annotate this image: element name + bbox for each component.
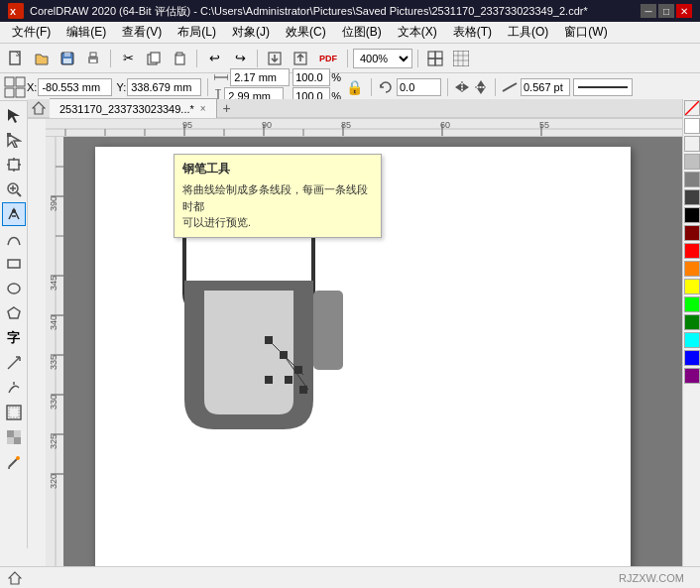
width-icon	[214, 73, 228, 81]
lime-swatch[interactable]	[684, 296, 700, 312]
grid-button[interactable]	[449, 48, 473, 69]
stroke-input[interactable]: 0.567 pt	[521, 78, 570, 96]
svg-marker-37	[455, 83, 461, 91]
cyan-swatch[interactable]	[684, 332, 700, 348]
svg-rect-74	[46, 119, 682, 137]
red-swatch[interactable]	[684, 243, 700, 259]
ruler-top: 95 90 85 60 55	[46, 119, 682, 137]
maroon-swatch[interactable]	[684, 225, 700, 241]
tab-close-btn[interactable]: ×	[200, 103, 206, 114]
darkgray-swatch[interactable]	[684, 189, 700, 205]
cut-button[interactable]: ✂	[116, 48, 140, 69]
watermark-text: RJZXW.COM	[619, 572, 684, 584]
blue-swatch[interactable]	[684, 350, 700, 366]
lightgray-swatch[interactable]	[684, 136, 700, 152]
export-button[interactable]	[289, 48, 312, 69]
xy-icon	[4, 76, 26, 98]
minimize-button[interactable]: ─	[641, 4, 656, 18]
zoom-select[interactable]: 400%200%100%75%50%	[353, 49, 412, 68]
angle-input[interactable]: 0.0	[397, 78, 441, 96]
property-bar: X: -80.553 mm Y: 338.679 mm 2.17 mm 2.99…	[0, 73, 700, 101]
add-tab-btn[interactable]: +	[217, 98, 237, 118]
paint-tool-btn[interactable]	[2, 376, 26, 400]
svg-text:345: 345	[49, 276, 58, 291]
copy-button[interactable]	[142, 48, 166, 69]
menu-edit[interactable]: 编辑(E)	[58, 22, 114, 43]
menu-table[interactable]: 表格(T)	[445, 22, 500, 43]
width-pct-input[interactable]: 100.0	[292, 68, 330, 86]
black-swatch[interactable]	[684, 207, 700, 223]
select-tool-btn[interactable]	[2, 103, 26, 127]
menu-text[interactable]: 文本(X)	[390, 22, 445, 43]
menu-window[interactable]: 窗口(W)	[556, 22, 615, 43]
svg-text:320: 320	[49, 474, 58, 489]
svg-text:325: 325	[49, 434, 58, 449]
open-button[interactable]	[30, 48, 54, 69]
paste-button[interactable]	[168, 48, 191, 69]
print-button[interactable]	[81, 48, 105, 69]
pen-tool-tooltip: 钢笔工具 将曲线绘制成多条线段，每画一条线段时都可以进行预览.	[174, 154, 382, 238]
svg-rect-5	[63, 59, 71, 63]
menu-file[interactable]: 文件(F)	[4, 22, 58, 43]
zoom-tool-btn[interactable]	[2, 177, 26, 201]
bezier-nodes	[249, 320, 348, 419]
redo-button[interactable]: ↪	[228, 48, 252, 69]
save-button[interactable]	[56, 48, 79, 69]
y-input[interactable]: 338.679 mm	[127, 78, 201, 96]
x-input[interactable]: -80.553 mm	[38, 78, 112, 96]
svg-point-58	[8, 284, 20, 294]
svg-rect-21	[453, 51, 469, 66]
silver-swatch[interactable]	[684, 154, 700, 170]
polygon-tool-btn[interactable]	[2, 301, 26, 325]
pdf-button[interactable]: PDF	[314, 48, 342, 69]
svg-marker-43	[8, 109, 20, 123]
svg-rect-12	[176, 53, 182, 56]
menu-object[interactable]: 对象(J)	[224, 22, 278, 43]
checker-tool-btn[interactable]	[2, 425, 26, 449]
rotate-icon	[378, 79, 394, 95]
width-input[interactable]: 2.17 mm	[230, 68, 290, 86]
white-swatch[interactable]	[684, 118, 700, 134]
gray-swatch[interactable]	[684, 172, 700, 187]
close-button[interactable]: ✕	[676, 4, 692, 18]
lock-icon[interactable]: 🔒	[346, 79, 363, 95]
rect-tool-btn[interactable]	[2, 252, 26, 276]
menu-bar: 文件(F) 编辑(E) 查看(V) 布局(L) 对象(J) 效果(C) 位图(B…	[0, 22, 700, 44]
svg-text:390: 390	[49, 196, 58, 211]
envelope-tool-btn[interactable]	[2, 401, 26, 424]
orange-swatch[interactable]	[684, 261, 700, 277]
purple-swatch[interactable]	[684, 368, 700, 384]
view-mode-button[interactable]	[423, 48, 447, 69]
svg-rect-115	[294, 366, 302, 374]
undo-button[interactable]: ↩	[202, 48, 226, 69]
new-button[interactable]	[4, 48, 28, 69]
yellow-swatch[interactable]	[684, 279, 700, 294]
menu-tools[interactable]: 工具(O)	[500, 22, 556, 43]
svg-line-42	[503, 83, 517, 91]
svg-text:330: 330	[49, 395, 58, 410]
import-button[interactable]	[263, 48, 287, 69]
doc-tab-main[interactable]: 2531170_233733023349...* ×	[50, 98, 217, 118]
transform-tool-btn[interactable]	[2, 153, 26, 176]
green-swatch[interactable]	[684, 314, 700, 330]
shape-tool-btn[interactable]	[2, 128, 26, 152]
eyedropper-tool-btn[interactable]	[2, 450, 26, 474]
title-bar: X CorelDRAW 2020 (64-Bit 评估版) - C:\Users…	[0, 0, 700, 22]
menu-bitmap[interactable]: 位图(B)	[334, 22, 390, 43]
svg-rect-69	[7, 437, 14, 444]
pen-tool-btn[interactable]	[2, 202, 26, 226]
bezier-tool-btn[interactable]	[2, 227, 26, 251]
tooltip-text: 将曲线绘制成多条线段，每画一条线段时都可以进行预览.	[182, 181, 373, 231]
svg-text:340: 340	[49, 315, 58, 330]
no-fill-swatch[interactable]	[684, 100, 700, 116]
svg-marker-41	[477, 88, 485, 94]
menu-layout[interactable]: 布局(L)	[170, 22, 224, 43]
maximize-button[interactable]: □	[658, 4, 674, 18]
text-tool-btn[interactable]: 字	[2, 326, 26, 350]
menu-view[interactable]: 查看(V)	[114, 22, 170, 43]
ellipse-tool-btn[interactable]	[2, 277, 26, 300]
svg-rect-116	[285, 376, 292, 384]
doc-tab-home[interactable]	[32, 101, 46, 115]
menu-effects[interactable]: 效果(C)	[278, 22, 334, 43]
line-tool-btn[interactable]	[2, 351, 26, 375]
